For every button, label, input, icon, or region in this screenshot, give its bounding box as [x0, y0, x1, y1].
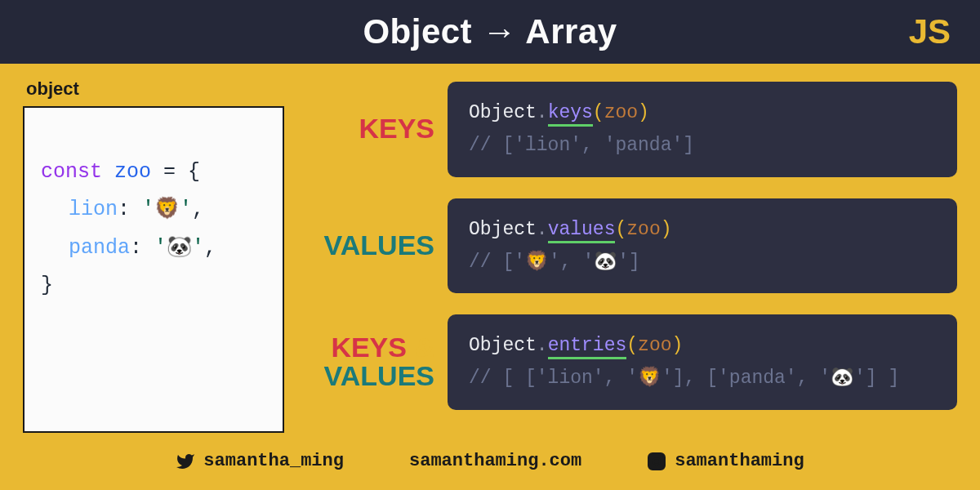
brace-open: { [188, 160, 200, 184]
colon: : [130, 236, 142, 260]
code-keys: Object.keys(zoo) // ['lion', 'panda'] [448, 82, 957, 177]
main-content: object const zoo = { lion: '🦁', panda: '… [0, 64, 980, 448]
tok-object: Object [469, 102, 537, 123]
comma: , [192, 198, 204, 221]
tok-rparen: ) [638, 102, 649, 123]
prop-lion-val: '🦁' [142, 198, 192, 221]
tok-object: Object [469, 335, 537, 356]
tok-rparen: ) [661, 219, 672, 240]
prop-lion-key: lion [69, 198, 118, 221]
tok-lparen: ( [615, 219, 626, 240]
code-entries: Object.entries(zoo) // [ ['lion', '🦁'], … [448, 314, 957, 410]
code-values: Object.values(zoo) // ['🦁', '🐼'] [448, 198, 957, 294]
prop-panda-val: '🐼' [154, 236, 204, 260]
object-panel: object const zoo = { lion: '🦁', panda: '… [23, 78, 284, 448]
svg-point-2 [661, 456, 662, 457]
tok-lparen: ( [626, 335, 638, 356]
tok-method-keys: keys [548, 102, 593, 127]
row-keys: KEYS Object.keys(zoo) // ['lion', 'panda… [296, 82, 957, 177]
label-values: VALUES [296, 231, 434, 261]
tok-method-values: values [548, 219, 616, 243]
equals: = [163, 160, 176, 184]
object-code-block: const zoo = { lion: '🦁', panda: '🐼', } [23, 106, 284, 433]
tok-method-entries: entries [548, 335, 627, 359]
comma: , [204, 236, 216, 260]
tok-lparen: ( [593, 102, 604, 123]
tok-dot: . [537, 219, 548, 240]
comment-keys: // ['lion', 'panda'] [469, 129, 936, 162]
twitter-handle: samantha_ming [203, 451, 344, 471]
page-title: Object → Array [363, 12, 617, 51]
row-values: VALUES Object.values(zoo) // ['🦁', '🐼'] [296, 198, 957, 294]
object-label: object [23, 78, 284, 100]
footer-twitter: samantha_ming [176, 451, 344, 471]
footer: samantha_ming samanthaming.com samantham… [0, 448, 980, 471]
comment-values: // ['🦁', '🐼'] [469, 246, 936, 278]
instagram-handle: samanthaming [675, 451, 804, 471]
tok-arg: zoo [626, 219, 660, 240]
row-entries: KEYS & VALUES Object.entries(zoo) // [ [… [296, 314, 957, 410]
svg-point-1 [653, 458, 660, 465]
comment-entries: // [ ['lion', '🦁'], ['panda', '🐼'] ] [469, 362, 936, 394]
tok-arg: zoo [638, 335, 671, 356]
colon: : [118, 198, 130, 221]
keyword-const: const [41, 160, 102, 184]
footer-instagram: samanthaming [647, 451, 804, 471]
tok-dot: . [537, 102, 548, 123]
prop-panda-key: panda [69, 236, 130, 260]
tok-dot: . [537, 335, 548, 356]
tok-object: Object [469, 219, 537, 240]
js-badge: JS [909, 12, 951, 51]
label-entries: KEYS & VALUES [296, 333, 434, 391]
tok-rparen: ) [672, 335, 684, 356]
instagram-icon [647, 452, 666, 471]
var-name: zoo [114, 160, 151, 184]
brace-close: } [41, 274, 53, 297]
label-keys-part: KEYS [331, 332, 407, 363]
site-url: samanthaming.com [409, 451, 581, 471]
header: Object → Array JS [0, 0, 980, 64]
label-values-part: VALUES [324, 360, 434, 391]
tok-arg: zoo [604, 102, 638, 123]
twitter-icon [176, 452, 195, 471]
label-keys: KEYS [296, 114, 434, 144]
footer-site: samanthaming.com [409, 451, 581, 471]
label-amp: & [414, 332, 434, 363]
methods-panel: KEYS Object.keys(zoo) // ['lion', 'panda… [296, 78, 957, 448]
